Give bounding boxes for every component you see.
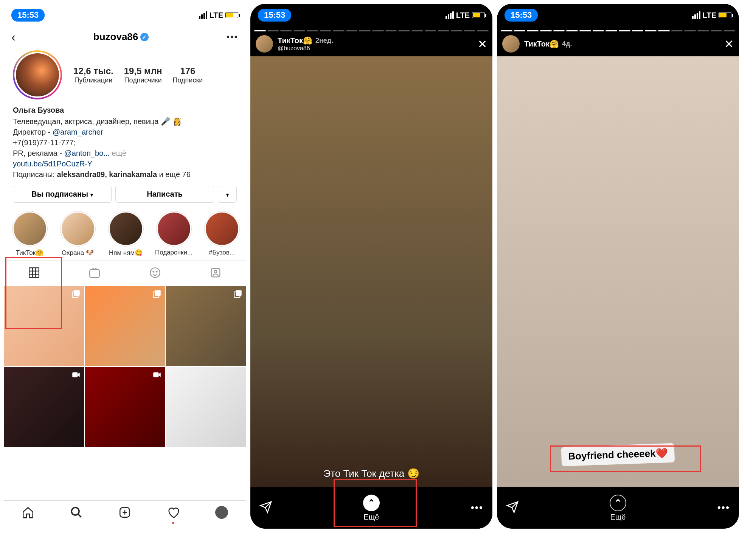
svg-rect-5 [90, 270, 99, 278]
story-more-button[interactable]: ••• [717, 502, 730, 514]
signal-icon [446, 11, 454, 19]
highlight-tiktok[interactable]: ТикТок🤗 [10, 211, 50, 257]
plus-icon [118, 506, 131, 519]
highlight-label: Подарочки... [154, 249, 194, 256]
username-text: buzova86 [93, 31, 138, 43]
story-header: ТикТок🤗 2нед. @buzova86 ✕ [250, 31, 492, 56]
story-avatar[interactable] [502, 35, 520, 53]
story-header: ТикТок🤗 4д. ✕ [497, 31, 739, 56]
status-time: 15:53 [258, 9, 291, 22]
post-cell[interactable] [166, 286, 246, 366]
network-label: LTE [210, 11, 223, 20]
send-icon [259, 501, 272, 514]
content-tabs [4, 261, 246, 286]
highlight-nyam[interactable]: Ням ням😋 [106, 211, 146, 257]
story-age: 2нед. [315, 37, 333, 45]
story-image[interactable]: Это Тик Ток детка 😏 [250, 56, 492, 529]
tagged-icon [209, 266, 222, 279]
stat-following[interactable]: 176 Подписки [173, 66, 203, 84]
profile-avatar[interactable] [13, 50, 62, 99]
bio-more[interactable]: ещё [110, 149, 126, 157]
carousel-icon [152, 289, 162, 300]
stat-followers-label: Подписчики [124, 76, 162, 84]
bottom-nav [4, 500, 246, 529]
story-title-block[interactable]: ТикТок🤗 4д. [524, 39, 572, 48]
swipe-up-button[interactable]: ⌃ Ещё [363, 495, 380, 521]
notification-dot [172, 522, 174, 524]
story-more-button[interactable]: ••• [471, 502, 483, 514]
post-cell[interactable] [85, 367, 165, 447]
profile-username[interactable]: buzova86 ✓ [93, 31, 149, 43]
story-image[interactable]: Boyfriend cheeeek❤️ [497, 56, 739, 529]
stat-posts-label: Публикации [73, 76, 113, 84]
bio-mention-pr[interactable]: @anton_bo... [64, 149, 110, 157]
signal-icon [692, 11, 700, 19]
story-avatar[interactable] [256, 35, 273, 53]
nav-home[interactable] [22, 506, 34, 520]
chevron-up-icon: ⌃ [363, 495, 380, 511]
highlight-podarochki[interactable]: Подарочки... [154, 211, 194, 257]
tab-grid[interactable] [4, 261, 64, 286]
suggested-button[interactable]: ▾ [218, 186, 237, 203]
stat-posts-value: 12,6 тыс. [73, 66, 113, 76]
following-label: Вы подписаны [31, 190, 88, 198]
followed-by-prefix: Подписаны: [13, 170, 57, 178]
story-caption: Это Тик Ток детка 😏 [250, 468, 492, 479]
bio-line2-prefix: Директор - [13, 128, 53, 136]
profile-actions: Вы подписаны ▾ Написать ▾ [4, 180, 246, 206]
send-icon [506, 501, 519, 514]
close-button[interactable]: ✕ [724, 37, 734, 51]
share-button[interactable] [259, 501, 272, 515]
tab-effects[interactable] [125, 261, 185, 286]
post-cell[interactable] [166, 367, 246, 447]
status-time: 15:53 [505, 9, 538, 22]
bio-line3: +7(919)77-11-777; [13, 137, 237, 148]
close-button[interactable]: ✕ [478, 37, 487, 51]
phone-profile: 15:53 LTE ‹ buzova86 ✓ ••• 12,6 тыс. Пуб… [4, 4, 246, 529]
bio-followed-by[interactable]: Подписаны: aleksandra09, karinakamala и … [13, 169, 237, 180]
profile-stats: 12,6 тыс. Публикации 19,5 млн Подписчики… [73, 66, 237, 84]
highlight-okhrana[interactable]: Охрана 🐶 [58, 211, 98, 257]
story-age: 4д. [562, 40, 572, 48]
story-sticker[interactable]: Boyfriend cheeeek❤️ [561, 443, 675, 466]
nav-activity[interactable] [167, 506, 180, 520]
svg-point-8 [156, 271, 157, 272]
stat-followers[interactable]: 19,5 млн Подписчики [124, 66, 162, 84]
bio-name: Ольга Бузова [13, 105, 237, 115]
stat-posts[interactable]: 12,6 тыс. Публикации [73, 66, 113, 84]
signal-icon [199, 11, 207, 19]
post-cell[interactable] [4, 286, 84, 366]
post-cell[interactable] [4, 367, 84, 447]
story-body[interactable]: ТикТок🤗 2нед. @buzova86 ✕ Это Тик Ток де… [250, 26, 492, 529]
status-right: LTE [199, 11, 238, 20]
swipe-up-button[interactable]: ⌃ Ещё [610, 495, 626, 521]
followed-by-suffix: и ещё 76 [157, 170, 191, 178]
share-button[interactable] [506, 501, 519, 515]
nav-search[interactable] [70, 506, 83, 520]
bio-link[interactable]: youtu.be/5d1PoCuzR-Y [13, 158, 237, 169]
profile-header: ‹ buzova86 ✓ ••• [4, 26, 246, 50]
smiley-icon [149, 266, 161, 279]
phone-story-2: 15:53 LTE ТикТок🤗 4д. ✕ Boyfriend cheeee… [497, 4, 739, 529]
message-button[interactable]: Написать [115, 186, 214, 203]
story-title: ТикТок🤗 [278, 36, 312, 45]
heart-icon [167, 506, 180, 519]
nav-add[interactable] [118, 506, 131, 520]
home-icon [22, 506, 34, 519]
following-button[interactable]: Вы подписаны ▾ [13, 186, 112, 203]
nav-profile[interactable] [215, 506, 228, 520]
more-options-button[interactable]: ••• [227, 32, 238, 42]
profile-bio: Ольга Бузова Телеведущая, актриса, дизай… [4, 105, 246, 180]
highlights-row[interactable]: ТикТок🤗 Охрана 🐶 Ням ням😋 Подарочки... #… [4, 206, 246, 261]
tab-igtv[interactable] [64, 261, 125, 286]
back-button[interactable]: ‹ [11, 29, 16, 44]
bio-mention-director[interactable]: @aram_archer [53, 128, 103, 136]
chevron-up-icon: ⌃ [610, 495, 626, 511]
tab-tagged[interactable] [185, 261, 246, 286]
post-cell[interactable] [85, 286, 165, 366]
bio-line1: Телеведущая, актриса, дизайнер, певица 🎤… [13, 116, 237, 127]
story-title-block[interactable]: ТикТок🤗 2нед. @buzova86 [278, 36, 333, 52]
story-body[interactable]: ТикТок🤗 4д. ✕ Boyfriend cheeeek❤️ ⌃ Ещё … [497, 26, 739, 529]
bio-line2: Директор - @aram_archer [13, 127, 237, 137]
highlight-buzov[interactable]: #Бузов... [202, 211, 242, 257]
